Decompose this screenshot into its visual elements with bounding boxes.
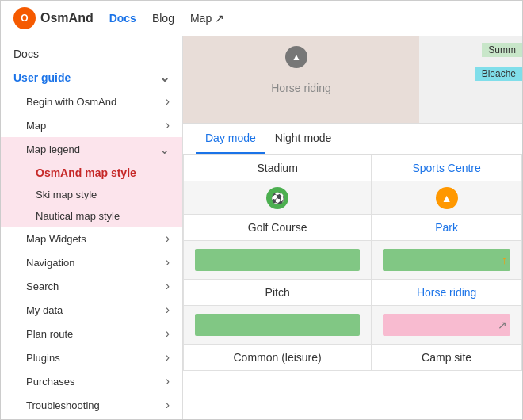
table-row: Golf Course Park — [184, 215, 522, 241]
chevron-down-icon — [159, 70, 170, 85]
sidebar-item-nautical-map-style[interactable]: Nautical map style — [1, 205, 182, 227]
stadium-icon-cell: ⚽ — [184, 181, 372, 215]
map-preview: ▲ Horse riding Summ Bleache — [183, 36, 522, 124]
sidebar-item-begin[interactable]: Begin with OsmAnd — [1, 90, 182, 113]
sidebar-item-map-legend[interactable]: Map legend — [1, 137, 182, 162]
horse-riding-bar: ↗ — [383, 314, 510, 336]
sidebar-item-osmand-map-style[interactable]: OsmAnd map style — [1, 162, 182, 184]
sidebar-item-plan-route[interactable]: Plan route — [1, 322, 182, 346]
golf-course-label: Golf Course — [184, 215, 372, 241]
horse-riding-bar-icon: ↗ — [498, 319, 507, 331]
park-bar-cell: ↑ — [372, 241, 522, 280]
pitch-label: Pitch — [184, 280, 372, 306]
tab-bar: Day mode Night mode — [183, 124, 522, 155]
summ-block: Summ — [482, 43, 522, 57]
horse-riding-bar-cell: ↗ — [372, 306, 522, 345]
horse-riding-label: Horse riding — [372, 280, 522, 306]
stadium-icon: ⚽ — [266, 187, 288, 209]
main-layout: Docs User guide Begin with OsmAnd Map Ma… — [1, 36, 522, 420]
sidebar-item-purchases[interactable]: Purchases — [1, 369, 182, 393]
table-row: Common (leisure) Camp site — [184, 345, 522, 371]
park-bar-icon: ↑ — [502, 254, 507, 266]
main-content: ▲ Horse riding Summ Bleache Day mode Nig… — [183, 36, 522, 420]
header: O OsmAnd Docs Blog Map ↗ — [1, 1, 522, 36]
park-label: Park — [372, 215, 522, 241]
sports-centre-label: Sports Centre — [372, 155, 522, 181]
sidebar-item-technical-docs[interactable]: Technical Documentation — [1, 417, 182, 420]
horse-riding-label: Horse riding — [271, 82, 330, 94]
chevron-right-icon — [166, 279, 170, 293]
chevron-right-icon — [166, 350, 170, 365]
sidebar-item-docs[interactable]: Docs — [1, 43, 182, 65]
table-row: ↑ — [184, 241, 522, 280]
sidebar-item-ski-map-style[interactable]: Ski map style — [1, 184, 182, 205]
logo-icon: O — [13, 7, 36, 29]
pitch-bar — [195, 314, 360, 336]
nav-map[interactable]: Map ↗ — [190, 12, 224, 25]
navigation-icon: ▲ — [285, 46, 307, 68]
sidebar-item-plugins[interactable]: Plugins — [1, 346, 182, 369]
tab-night-mode[interactable]: Night mode — [265, 124, 342, 154]
table-row: ↗ — [184, 306, 522, 345]
logo-text: OsmAnd — [40, 11, 94, 25]
chevron-right-icon — [166, 326, 170, 341]
sports-centre-icon: ▲ — [436, 187, 458, 209]
bleach-block: Bleache — [475, 67, 522, 81]
tab-day-mode[interactable]: Day mode — [196, 124, 265, 154]
sidebar-item-map-widgets[interactable]: Map Widgets — [1, 227, 182, 250]
chevron-right-icon — [166, 398, 170, 412]
sidebar-item-navigation[interactable]: Navigation — [1, 250, 182, 274]
golf-course-bar-cell — [184, 241, 372, 280]
nav-blog[interactable]: Blog — [152, 12, 174, 25]
park-bar: ↑ — [383, 249, 510, 271]
chevron-right-icon — [166, 118, 170, 132]
chevron-right-icon — [166, 94, 170, 109]
chevron-right-icon — [166, 255, 170, 269]
nav-docs[interactable]: Docs — [109, 12, 136, 25]
sports-centre-icon-cell: ▲ — [372, 181, 522, 215]
table-row: Stadium Sports Centre — [184, 155, 522, 181]
chevron-right-icon — [166, 231, 170, 246]
sidebar-item-map[interactable]: Map — [1, 113, 182, 137]
golf-course-bar — [195, 249, 360, 271]
common-leisure-label: Common (leisure) — [184, 345, 372, 371]
legend-table: Stadium Sports Centre ⚽ ▲ Golf — [183, 155, 522, 420]
chevron-right-icon — [166, 374, 170, 388]
sidebar-item-user-guide[interactable]: User guide — [1, 65, 182, 90]
logo: O OsmAnd — [13, 7, 94, 29]
sidebar: Docs User guide Begin with OsmAnd Map Ma… — [1, 36, 183, 420]
map-legend-table: Stadium Sports Centre ⚽ ▲ Golf — [183, 155, 522, 371]
table-row: ⚽ ▲ — [184, 181, 522, 215]
chevron-right-icon — [166, 303, 170, 317]
table-row: Pitch Horse riding — [184, 280, 522, 306]
sidebar-item-search[interactable]: Search — [1, 274, 182, 298]
sidebar-item-troubleshooting[interactable]: Troubleshooting — [1, 393, 182, 417]
pitch-bar-cell — [184, 306, 372, 345]
camp-site-label: Camp site — [372, 345, 522, 371]
sidebar-item-my-data[interactable]: My data — [1, 298, 182, 322]
chevron-down-icon — [159, 142, 170, 157]
stadium-label: Stadium — [184, 155, 372, 181]
